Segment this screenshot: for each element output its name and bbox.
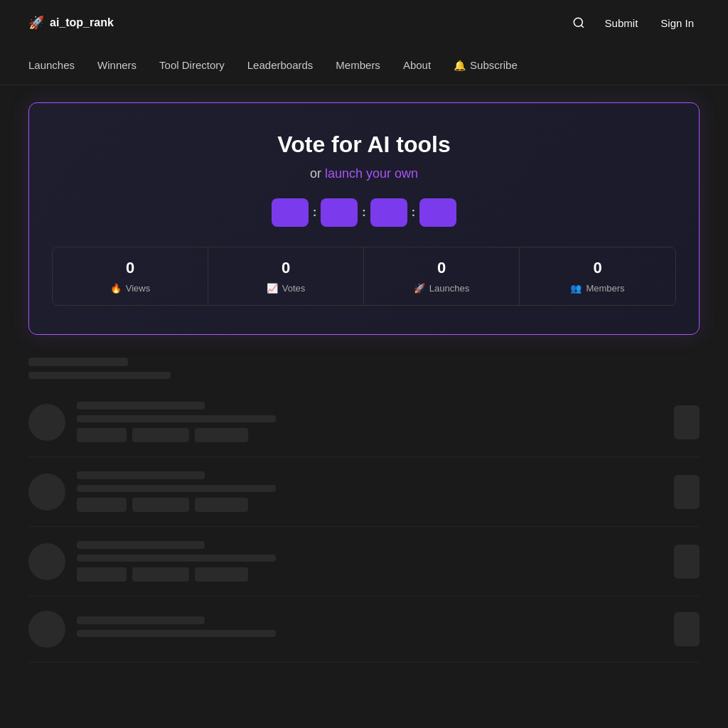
list-container: [0, 358, 728, 663]
skeleton-desc: [77, 415, 276, 422]
submit-button[interactable]: Submit: [599, 14, 644, 32]
skeleton-tag: [77, 498, 127, 512]
list-item-content: [77, 471, 663, 512]
nav-subscribe[interactable]: 🔔 Subscribe: [454, 59, 518, 71]
countdown-seconds: [370, 198, 407, 227]
stat-votes-number: 0: [220, 259, 352, 277]
skeleton-tag: [132, 498, 189, 512]
hero-title: Vote for AI tools: [52, 132, 676, 158]
bell-icon: 🔔: [454, 60, 466, 71]
stat-members-label: 👥 Members: [531, 283, 664, 294]
group-icon: 👥: [570, 283, 582, 294]
stats-row: 0 🔥 Views 0 📈 Votes 0 🚀 Launches: [52, 247, 676, 306]
stat-launches: 0 🚀 Launches: [364, 247, 520, 305]
hero-subtitle: or launch your own: [52, 166, 676, 181]
header-actions: Submit Sign In: [569, 14, 700, 32]
nav-item-launches[interactable]: Launches: [28, 59, 75, 71]
skeleton-tags: [77, 498, 663, 512]
skeleton-desc: [77, 485, 276, 492]
skeleton-tag: [132, 567, 189, 582]
hero-card: Vote for AI tools or launch your own : :…: [28, 102, 700, 335]
countdown-sep-2: :: [360, 206, 367, 219]
list-item: [28, 457, 700, 527]
skeleton-header-title: [28, 358, 128, 366]
search-button[interactable]: [569, 14, 588, 32]
skeleton-desc: [77, 630, 276, 637]
avatar: [28, 611, 65, 648]
trending-icon: 📈: [267, 283, 278, 294]
logo-text: ai_top_rank: [50, 16, 114, 29]
skeleton-tag: [195, 567, 248, 582]
countdown-hours: [272, 198, 309, 227]
list-item: [28, 596, 700, 663]
person-icon: 🚀: [414, 283, 425, 294]
hero-subtitle-prefix: or: [310, 166, 325, 181]
list-item-content: [77, 541, 663, 582]
stat-views-label: 🔥 Views: [64, 283, 196, 294]
list-item: [28, 387, 700, 457]
avatar: [28, 404, 65, 441]
skeleton-name: [77, 616, 205, 624]
countdown-sep-3: :: [410, 206, 417, 219]
countdown-minutes: [321, 198, 358, 227]
skeleton-name: [77, 541, 205, 549]
hero-container: Vote for AI tools or launch your own : :…: [0, 85, 728, 352]
logo[interactable]: 🚀 ai_top_rank: [28, 15, 114, 31]
launch-link[interactable]: launch your own: [325, 166, 418, 181]
skeleton-tags: [77, 567, 663, 582]
skeleton-desc: [77, 555, 276, 562]
header: 🚀 ai_top_rank Submit Sign In: [0, 0, 728, 46]
nav-item-leaderboards[interactable]: Leaderboards: [247, 59, 314, 71]
stat-launches-number: 0: [375, 259, 508, 277]
skeleton-name: [77, 471, 205, 479]
svg-point-0: [574, 18, 582, 26]
nav-item-winners[interactable]: Winners: [97, 59, 136, 71]
skeleton-tags: [77, 428, 663, 442]
countdown-sep-1: :: [311, 206, 318, 219]
skeleton-tag: [195, 428, 248, 442]
nav-item-about[interactable]: About: [403, 59, 431, 71]
stat-launches-label: 🚀 Launches: [375, 283, 508, 294]
stat-members-number: 0: [531, 259, 664, 277]
stat-views: 0 🔥 Views: [53, 247, 208, 305]
avatar: [28, 473, 65, 510]
stat-members: 0 👥 Members: [520, 247, 675, 305]
list-item-content: [77, 616, 663, 643]
avatar: [28, 543, 65, 580]
subscribe-label: Subscribe: [470, 59, 518, 71]
stat-views-number: 0: [64, 259, 196, 277]
vote-button[interactable]: [674, 405, 700, 439]
vote-button[interactable]: [674, 475, 700, 509]
stat-votes: 0 📈 Votes: [208, 247, 364, 305]
stat-votes-label: 📈 Votes: [220, 283, 352, 294]
skeleton-name: [77, 402, 205, 410]
nav-item-tool-directory[interactable]: Tool Directory: [159, 59, 225, 71]
main-nav: Launches Winners Tool Directory Leaderbo…: [0, 46, 728, 85]
skeleton-tag: [195, 498, 248, 512]
list-header: [28, 358, 700, 379]
countdown: : : :: [52, 198, 676, 227]
list-item-content: [77, 402, 663, 442]
logo-icon: 🚀: [28, 15, 44, 31]
skeleton-tag: [132, 428, 189, 442]
countdown-ms: [419, 198, 456, 227]
nav-item-members[interactable]: Members: [336, 59, 380, 71]
fire-icon: 🔥: [110, 283, 122, 294]
skeleton-header-subtitle: [28, 372, 171, 379]
list-item: [28, 527, 700, 596]
skeleton-tag: [77, 428, 127, 442]
vote-button[interactable]: [674, 545, 700, 579]
skeleton-tag: [77, 567, 127, 582]
signin-button[interactable]: Sign In: [655, 14, 700, 32]
vote-button[interactable]: [674, 612, 700, 646]
